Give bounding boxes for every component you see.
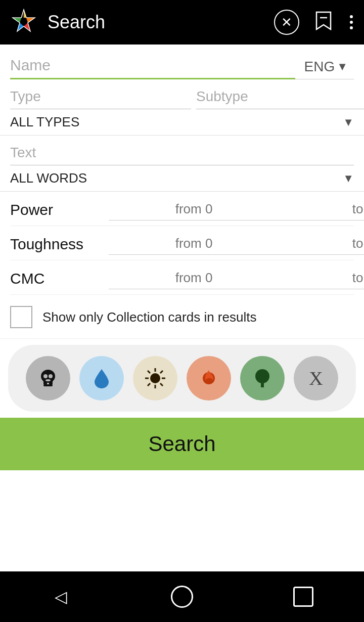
svg-line-22 [160, 383, 163, 386]
toughness-from-input[interactable] [109, 233, 279, 255]
toughness-label: Toughness [10, 236, 109, 253]
power-to-input[interactable] [279, 199, 364, 220]
type-input[interactable] [10, 85, 191, 109]
lang-chevron-icon: ▼ [337, 60, 348, 73]
name-row: ENG ▼ [0, 45, 364, 79]
more-dot-1 [350, 15, 353, 18]
app-logo [9, 8, 38, 37]
more-button[interactable] [348, 13, 355, 31]
search-button[interactable]: Search [0, 418, 364, 470]
text-input[interactable] [10, 142, 354, 165]
svg-point-16 [150, 373, 160, 383]
color-filter-row: X [8, 345, 356, 412]
all-words-label: ALL WORDS [10, 170, 87, 186]
svg-rect-12 [43, 384, 53, 386]
all-types-dropdown[interactable]: ALL TYPES ▼ [0, 109, 364, 136]
close-icon: ✕ [281, 15, 292, 30]
colorless-x-symbol: X [309, 367, 323, 389]
svg-line-23 [160, 371, 163, 373]
svg-point-14 [49, 374, 53, 378]
cmc-to-input[interactable] [279, 268, 364, 289]
all-types-label: ALL TYPES [10, 114, 79, 130]
top-bar-actions: ✕ [274, 10, 355, 35]
collection-checkbox[interactable] [10, 306, 32, 328]
blue-mana-button[interactable] [79, 356, 124, 401]
close-button[interactable]: ✕ [274, 10, 299, 35]
type-subtype-row [0, 79, 364, 109]
language-value: ENG [304, 59, 335, 75]
more-dot-2 [350, 21, 353, 24]
toughness-row: Toughness [10, 226, 354, 260]
page-title: Search [48, 12, 265, 33]
svg-point-13 [43, 374, 48, 378]
svg-line-24 [148, 383, 150, 386]
power-row: Power [10, 192, 354, 226]
all-words-dropdown[interactable]: ALL WORDS ▼ [0, 165, 364, 192]
collection-checkbox-label: Show only Collection cards in results [42, 309, 256, 325]
text-input-wrap [0, 136, 364, 165]
cmc-row: CMC [10, 260, 354, 295]
stats-section: Power Toughness CMC [0, 192, 364, 295]
green-mana-button[interactable] [240, 356, 285, 401]
power-label: Power [10, 201, 109, 218]
bookmark-button[interactable] [314, 10, 333, 34]
svg-point-26 [255, 369, 269, 383]
collection-checkbox-row[interactable]: Show only Collection cards in results [0, 295, 364, 339]
svg-line-21 [148, 371, 150, 373]
nav-recents-button[interactable] [288, 582, 318, 612]
toughness-to-input[interactable] [279, 233, 364, 255]
red-mana-button[interactable] [187, 356, 231, 401]
nav-home-button[interactable] [167, 582, 197, 612]
power-from-input[interactable] [109, 199, 279, 220]
back-icon: ◁ [55, 587, 67, 606]
colorless-mana-button[interactable]: X [294, 356, 338, 401]
cmc-label: CMC [10, 270, 109, 287]
all-types-chevron-icon: ▼ [343, 116, 354, 129]
all-words-chevron-icon: ▼ [343, 172, 354, 185]
more-dot-3 [350, 26, 353, 29]
home-circle-icon [171, 586, 193, 608]
language-selector[interactable]: ENG ▼ [295, 56, 354, 79]
name-input[interactable] [10, 54, 295, 79]
svg-rect-27 [261, 381, 264, 387]
bottom-nav: ◁ [0, 571, 364, 622]
main-content: ENG ▼ ALL TYPES ▼ ALL WORDS ▼ Power Toug… [0, 45, 364, 571]
recents-square-icon [293, 587, 313, 607]
subtype-input[interactable] [196, 85, 364, 109]
top-bar: Search ✕ [0, 0, 364, 45]
svg-point-15 [46, 379, 51, 381]
black-mana-button[interactable] [26, 356, 70, 401]
cmc-from-input[interactable] [109, 268, 279, 289]
nav-back-button[interactable]: ◁ [46, 582, 76, 612]
svg-marker-6 [21, 10, 26, 18]
white-mana-button[interactable] [133, 356, 177, 401]
name-input-wrap [10, 54, 295, 79]
